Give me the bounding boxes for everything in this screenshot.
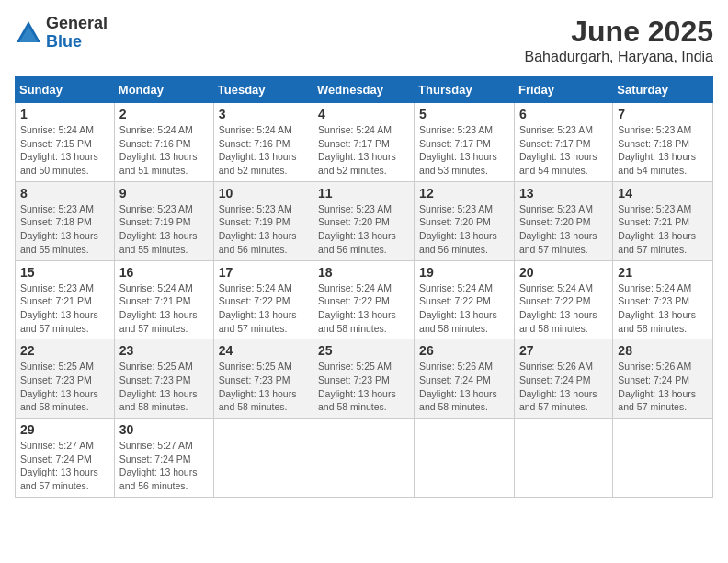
- day-info: Sunrise: 5:23 AMSunset: 7:17 PMDaylight:…: [419, 123, 509, 178]
- calendar-cell: 8Sunrise: 5:23 AMSunset: 7:18 PMDaylight…: [16, 181, 115, 260]
- day-number: 6: [519, 107, 608, 121]
- month-title: June 2025: [525, 15, 713, 49]
- day-info: Sunrise: 5:26 AMSunset: 7:24 PMDaylight:…: [419, 360, 509, 414]
- day-number: 18: [318, 265, 409, 280]
- location-title: Bahadurgarh, Haryana, India: [525, 49, 713, 65]
- day-number: 13: [519, 186, 608, 201]
- day-number: 10: [219, 186, 308, 201]
- calendar-cell: 19Sunrise: 5:24 AMSunset: 7:22 PMDayligh…: [415, 260, 515, 339]
- logo-icon: [15, 19, 42, 47]
- calendar-cell: 4Sunrise: 5:24 AMSunset: 7:17 PMDaylight…: [313, 103, 415, 182]
- day-info: Sunrise: 5:23 AMSunset: 7:21 PMDaylight:…: [20, 282, 109, 336]
- calendar-week-row: 15Sunrise: 5:23 AMSunset: 7:21 PMDayligh…: [16, 260, 713, 339]
- day-number: 3: [219, 107, 308, 121]
- day-info: Sunrise: 5:23 AMSunset: 7:21 PMDaylight:…: [618, 202, 708, 257]
- weekday-header-tuesday: Tuesday: [213, 77, 313, 103]
- day-number: 7: [618, 107, 708, 121]
- day-info: Sunrise: 5:26 AMSunset: 7:24 PMDaylight:…: [519, 360, 608, 414]
- calendar-cell: 11Sunrise: 5:23 AMSunset: 7:20 PMDayligh…: [313, 181, 415, 260]
- day-number: 26: [419, 343, 509, 358]
- day-number: 2: [119, 107, 209, 121]
- day-number: 30: [119, 422, 209, 437]
- day-number: 5: [419, 107, 509, 121]
- calendar-cell: 22Sunrise: 5:25 AMSunset: 7:23 PMDayligh…: [16, 339, 115, 419]
- day-info: Sunrise: 5:25 AMSunset: 7:23 PMDaylight:…: [119, 360, 209, 414]
- day-number: 27: [519, 343, 608, 358]
- weekday-header-friday: Friday: [514, 77, 612, 103]
- calendar-cell: 21Sunrise: 5:24 AMSunset: 7:23 PMDayligh…: [613, 260, 713, 339]
- calendar-cell: 3Sunrise: 5:24 AMSunset: 7:16 PMDaylight…: [213, 103, 313, 182]
- calendar-cell: 30Sunrise: 5:27 AMSunset: 7:24 PMDayligh…: [114, 419, 213, 498]
- logo-general-text: General: [46, 15, 108, 33]
- day-info: Sunrise: 5:23 AMSunset: 7:20 PMDaylight:…: [519, 202, 608, 257]
- title-area: June 2025 Bahadurgarh, Haryana, India: [525, 15, 713, 65]
- calendar-cell: [613, 419, 713, 498]
- day-number: 14: [618, 186, 708, 201]
- day-info: Sunrise: 5:23 AMSunset: 7:18 PMDaylight:…: [20, 202, 109, 257]
- calendar-cell: 13Sunrise: 5:23 AMSunset: 7:20 PMDayligh…: [514, 181, 612, 260]
- calendar-cell: 18Sunrise: 5:24 AMSunset: 7:22 PMDayligh…: [313, 260, 415, 339]
- weekday-header-wednesday: Wednesday: [313, 77, 415, 103]
- day-info: Sunrise: 5:24 AMSunset: 7:17 PMDaylight:…: [318, 123, 409, 178]
- weekday-header-row: SundayMondayTuesdayWednesdayThursdayFrid…: [16, 77, 713, 103]
- calendar-cell: 2Sunrise: 5:24 AMSunset: 7:16 PMDaylight…: [114, 103, 213, 182]
- day-info: Sunrise: 5:23 AMSunset: 7:19 PMDaylight:…: [219, 202, 308, 257]
- calendar-week-row: 22Sunrise: 5:25 AMSunset: 7:23 PMDayligh…: [16, 339, 713, 419]
- day-info: Sunrise: 5:24 AMSunset: 7:15 PMDaylight:…: [20, 123, 109, 178]
- day-info: Sunrise: 5:23 AMSunset: 7:20 PMDaylight:…: [419, 202, 509, 257]
- calendar-cell: [213, 419, 313, 498]
- calendar-cell: 12Sunrise: 5:23 AMSunset: 7:20 PMDayligh…: [415, 181, 515, 260]
- calendar-cell: 25Sunrise: 5:25 AMSunset: 7:23 PMDayligh…: [313, 339, 415, 419]
- day-number: 9: [119, 186, 209, 201]
- day-number: 23: [119, 343, 209, 358]
- calendar-cell: 17Sunrise: 5:24 AMSunset: 7:22 PMDayligh…: [213, 260, 313, 339]
- calendar-week-row: 29Sunrise: 5:27 AMSunset: 7:24 PMDayligh…: [16, 419, 713, 498]
- calendar-cell: 9Sunrise: 5:23 AMSunset: 7:19 PMDaylight…: [114, 181, 213, 260]
- calendar-cell: 15Sunrise: 5:23 AMSunset: 7:21 PMDayligh…: [16, 260, 115, 339]
- day-info: Sunrise: 5:24 AMSunset: 7:23 PMDaylight:…: [618, 282, 708, 336]
- day-info: Sunrise: 5:23 AMSunset: 7:17 PMDaylight:…: [519, 123, 608, 178]
- day-number: 15: [20, 265, 109, 280]
- day-info: Sunrise: 5:23 AMSunset: 7:20 PMDaylight:…: [318, 202, 409, 257]
- weekday-header-saturday: Saturday: [613, 77, 713, 103]
- calendar-cell: 16Sunrise: 5:24 AMSunset: 7:21 PMDayligh…: [114, 260, 213, 339]
- day-info: Sunrise: 5:24 AMSunset: 7:22 PMDaylight:…: [519, 282, 608, 336]
- day-info: Sunrise: 5:24 AMSunset: 7:22 PMDaylight:…: [219, 282, 308, 336]
- header: General Blue June 2025 Bahadurgarh, Hary…: [15, 15, 713, 65]
- calendar-cell: 28Sunrise: 5:26 AMSunset: 7:24 PMDayligh…: [613, 339, 713, 419]
- calendar-cell: 26Sunrise: 5:26 AMSunset: 7:24 PMDayligh…: [415, 339, 515, 419]
- calendar-cell: 7Sunrise: 5:23 AMSunset: 7:18 PMDaylight…: [613, 103, 713, 182]
- calendar-cell: 20Sunrise: 5:24 AMSunset: 7:22 PMDayligh…: [514, 260, 612, 339]
- calendar-cell: 24Sunrise: 5:25 AMSunset: 7:23 PMDayligh…: [213, 339, 313, 419]
- day-number: 4: [318, 107, 409, 121]
- calendar-week-row: 1Sunrise: 5:24 AMSunset: 7:15 PMDaylight…: [16, 103, 713, 182]
- day-info: Sunrise: 5:24 AMSunset: 7:21 PMDaylight:…: [119, 282, 209, 336]
- day-number: 25: [318, 343, 409, 358]
- day-info: Sunrise: 5:24 AMSunset: 7:16 PMDaylight:…: [119, 123, 209, 178]
- day-number: 12: [419, 186, 509, 201]
- calendar-cell: [514, 419, 612, 498]
- calendar-cell: 10Sunrise: 5:23 AMSunset: 7:19 PMDayligh…: [213, 181, 313, 260]
- day-info: Sunrise: 5:24 AMSunset: 7:16 PMDaylight:…: [219, 123, 308, 178]
- day-info: Sunrise: 5:25 AMSunset: 7:23 PMDaylight:…: [219, 360, 308, 414]
- calendar-cell: 1Sunrise: 5:24 AMSunset: 7:15 PMDaylight…: [16, 103, 115, 182]
- day-number: 1: [20, 107, 109, 121]
- day-info: Sunrise: 5:27 AMSunset: 7:24 PMDaylight:…: [119, 439, 209, 493]
- day-info: Sunrise: 5:26 AMSunset: 7:24 PMDaylight:…: [618, 360, 708, 414]
- calendar-week-row: 8Sunrise: 5:23 AMSunset: 7:18 PMDaylight…: [16, 181, 713, 260]
- logo-blue-text: Blue: [46, 33, 108, 52]
- day-info: Sunrise: 5:24 AMSunset: 7:22 PMDaylight:…: [318, 282, 409, 336]
- calendar-cell: 27Sunrise: 5:26 AMSunset: 7:24 PMDayligh…: [514, 339, 612, 419]
- calendar-cell: 23Sunrise: 5:25 AMSunset: 7:23 PMDayligh…: [114, 339, 213, 419]
- day-number: 8: [20, 186, 109, 201]
- calendar-cell: 14Sunrise: 5:23 AMSunset: 7:21 PMDayligh…: [613, 181, 713, 260]
- day-info: Sunrise: 5:25 AMSunset: 7:23 PMDaylight:…: [20, 360, 109, 414]
- day-number: 28: [618, 343, 708, 358]
- day-number: 17: [219, 265, 308, 280]
- calendar-cell: 29Sunrise: 5:27 AMSunset: 7:24 PMDayligh…: [16, 419, 115, 498]
- weekday-header-monday: Monday: [114, 77, 213, 103]
- day-number: 20: [519, 265, 608, 280]
- day-number: 24: [219, 343, 308, 358]
- day-number: 19: [419, 265, 509, 280]
- day-info: Sunrise: 5:25 AMSunset: 7:23 PMDaylight:…: [318, 360, 409, 414]
